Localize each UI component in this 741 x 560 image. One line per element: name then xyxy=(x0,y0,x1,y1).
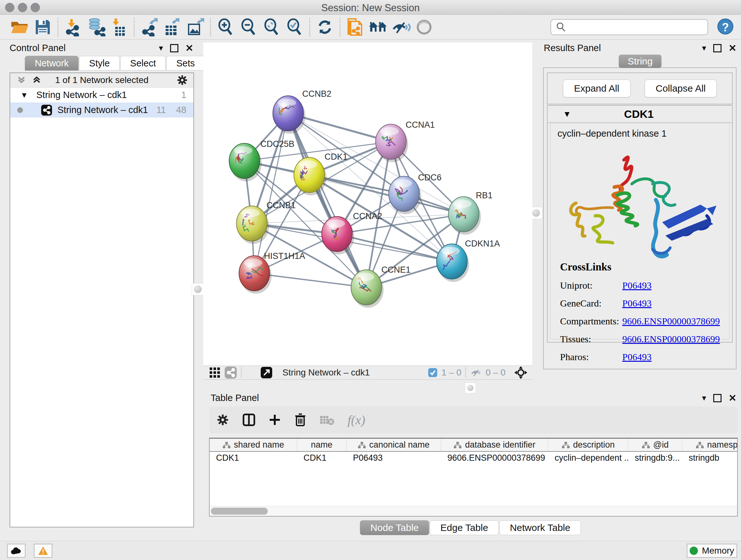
delete-table-icon[interactable] xyxy=(320,414,335,426)
tab-string[interactable]: String xyxy=(619,55,662,68)
network-canvas[interactable]: CCNB2CCNA1CDC25BCDK1CDC6RB1CCNB1CCNA2CDK… xyxy=(203,43,532,366)
protein-collapse-arrow-icon[interactable]: ▼ xyxy=(563,109,571,119)
delete-column-trash-icon[interactable] xyxy=(294,413,307,427)
crosslink-row: Compartments:9606.ENSP00000378699 xyxy=(560,316,720,327)
export-table-icon xyxy=(163,18,182,37)
hidden-eye-icon xyxy=(470,367,483,378)
tab-style[interactable]: Style xyxy=(79,56,119,71)
network-collection-row[interactable]: ▼ String Network – cdk1 1 xyxy=(10,87,193,103)
zoom-out-button[interactable] xyxy=(237,17,260,38)
column-header-description[interactable]: description xyxy=(548,439,628,451)
node-CCNE1[interactable]: CCNE1 xyxy=(351,265,411,308)
tab-network-table[interactable]: Network Table xyxy=(499,520,581,535)
column-header--id[interactable]: @id xyxy=(628,439,682,451)
network-selection-status: 1 of 1 Network selected xyxy=(10,75,193,85)
crosslink-link[interactable]: P06493 xyxy=(622,352,652,362)
expand-all-button[interactable]: Expand All xyxy=(563,79,630,98)
crosslink-link[interactable]: 9606.ENSP00000378699 xyxy=(622,316,720,327)
column-header-namespace[interactable]: namespace xyxy=(682,439,738,451)
toolbar-separator xyxy=(134,18,135,37)
import-table-icon xyxy=(110,18,128,37)
save-session-button[interactable] xyxy=(31,17,54,38)
grid-view-icon[interactable] xyxy=(208,366,221,379)
node-table[interactable]: shared namenamecanonical namedatabase id… xyxy=(209,438,738,516)
database-icon xyxy=(86,18,106,37)
gear-icon[interactable] xyxy=(176,74,188,86)
memory-button[interactable]: Memory xyxy=(687,544,737,558)
node-label-CDC6: CDC6 xyxy=(418,173,442,182)
control-panel-close-icon[interactable]: ✕ xyxy=(185,43,193,54)
export-network-button[interactable] xyxy=(138,17,161,38)
import-table-button[interactable] xyxy=(108,17,131,38)
results-panel-collapse-icon[interactable]: ▾ xyxy=(702,43,706,53)
node-CCNB2[interactable]: CCNB2 xyxy=(273,89,332,134)
search-input[interactable] xyxy=(568,22,708,33)
string-homes-button[interactable] xyxy=(367,17,390,38)
export-network-icon xyxy=(140,18,158,37)
table-horizontal-scrollbar[interactable] xyxy=(210,506,737,516)
table-panel-close-icon[interactable]: ✕ xyxy=(729,392,737,403)
column-header-shared-name[interactable]: shared name xyxy=(210,439,297,451)
node-CDK1[interactable]: CDK1 xyxy=(294,152,347,195)
network-row[interactable]: String Network – cdk1 11 48 xyxy=(10,103,193,118)
refresh-view-button[interactable] xyxy=(313,17,336,38)
export-image-button[interactable] xyxy=(184,17,207,38)
add-column-icon[interactable] xyxy=(268,414,281,426)
edge-CCNB2-HIST1H1A[interactable] xyxy=(254,113,288,273)
edge-CCNB2-CCNE1[interactable] xyxy=(288,113,366,287)
node-CDKN1A[interactable]: CDKN1A xyxy=(436,239,500,282)
column-header-canonical-name[interactable]: canonical name xyxy=(347,439,441,451)
import-network-from-database-button[interactable] xyxy=(84,17,108,38)
control-panel-collapse-icon[interactable]: ▾ xyxy=(159,43,163,53)
crosslink-row: Uniprot:P06493 xyxy=(560,280,720,291)
tab-select[interactable]: Select xyxy=(120,56,166,71)
function-builder-icon[interactable]: f(x) xyxy=(347,413,365,428)
zoom-selected-button[interactable] xyxy=(283,17,306,38)
results-panel-float-icon[interactable] xyxy=(713,44,722,52)
eye-icon xyxy=(415,18,433,36)
control-panel-float-icon[interactable] xyxy=(170,44,179,52)
tab-node-table[interactable]: Node Table xyxy=(360,520,429,535)
hide-toggle-button[interactable] xyxy=(390,17,413,38)
open-in-new-icon[interactable] xyxy=(260,366,273,379)
crosslink-link[interactable]: 9606.ENSP00000378699 xyxy=(622,334,720,345)
column-header-database-identifier[interactable]: database identifier xyxy=(441,439,548,451)
collection-expand-arrow-icon[interactable]: ▼ xyxy=(20,91,28,100)
node-HIST1H1A[interactable]: HIST1H1A xyxy=(239,251,305,294)
tab-edge-table[interactable]: Edge Table xyxy=(430,520,499,535)
export-table-button[interactable] xyxy=(161,17,184,38)
string-import-button[interactable] xyxy=(344,17,367,38)
table-panel-float-icon[interactable] xyxy=(713,394,722,402)
tab-network[interactable]: Network xyxy=(25,56,78,71)
pan-crosshair-icon[interactable] xyxy=(514,366,528,380)
selected-checkbox-icon[interactable] xyxy=(428,368,437,377)
node-RB1[interactable]: RB1 xyxy=(448,191,493,235)
show-eye-button[interactable] xyxy=(413,17,435,38)
tab-sets[interactable]: Sets xyxy=(166,56,205,71)
share-view-icon[interactable] xyxy=(224,366,237,379)
control-panel-title: Control Panel xyxy=(10,43,66,53)
import-network-button[interactable] xyxy=(62,17,84,38)
node-label-CDK1: CDK1 xyxy=(325,152,347,162)
results-panel-close-icon[interactable]: ✕ xyxy=(729,43,737,54)
node-CDC6[interactable]: CDC6 xyxy=(389,173,442,214)
crosslink-link[interactable]: P06493 xyxy=(622,298,652,309)
select-columns-icon[interactable] xyxy=(242,413,256,427)
scrollbar-thumb[interactable] xyxy=(211,508,268,515)
network-graph[interactable]: CCNB2CCNA1CDC25BCDK1CDC6RB1CCNB1CCNA2CDK… xyxy=(203,43,532,366)
crosslink-link[interactable]: P06493 xyxy=(622,280,652,291)
warning-status-button[interactable] xyxy=(34,544,52,558)
table-panel-collapse-icon[interactable]: ▾ xyxy=(702,393,706,403)
column-header-name[interactable]: name xyxy=(297,439,347,451)
collapse-all-button[interactable]: Collapse All xyxy=(645,79,717,98)
table-row[interactable]: CDK1CDK1P064939606.ENSP00000378699cyclin… xyxy=(210,452,737,464)
zoom-in-button[interactable] xyxy=(214,17,237,38)
open-session-button[interactable] xyxy=(8,17,31,38)
main-toolbar: ? xyxy=(0,15,741,40)
help-button[interactable]: ? xyxy=(718,18,733,35)
zoom-fit-button[interactable] xyxy=(260,17,283,38)
table-settings-gear-icon[interactable] xyxy=(216,413,229,427)
left-splitter-handle[interactable] xyxy=(192,283,204,295)
results-panel-title: Results Panel xyxy=(544,43,601,53)
cloud-status-button[interactable] xyxy=(7,544,25,558)
